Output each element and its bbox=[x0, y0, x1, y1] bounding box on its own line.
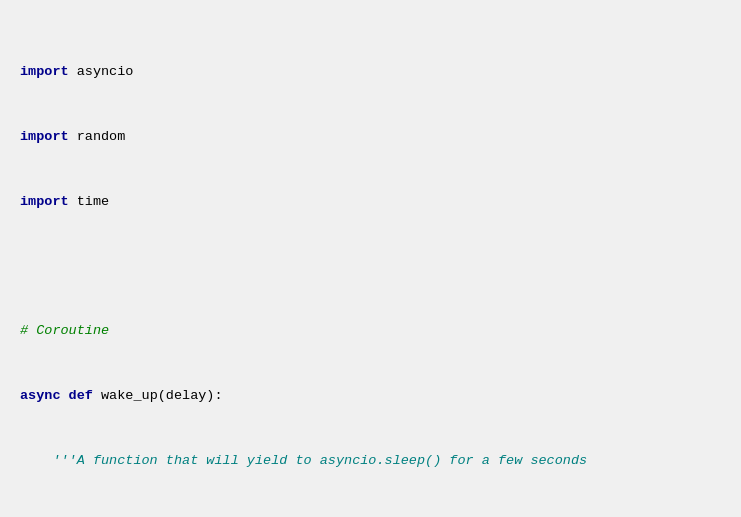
code-line-4 bbox=[20, 256, 721, 278]
code-line-6: async def wake_up(delay): bbox=[20, 385, 721, 407]
keyword-import: import bbox=[20, 194, 69, 209]
code-editor: import asyncio import random import time… bbox=[20, 18, 721, 517]
code-text: time bbox=[69, 194, 110, 209]
keyword-import: import bbox=[20, 129, 69, 144]
code-text: random bbox=[69, 129, 126, 144]
code-line-5: # Coroutine bbox=[20, 320, 721, 342]
code-text: wake_up(delay): bbox=[93, 388, 223, 403]
code-line-3: import time bbox=[20, 191, 721, 213]
code-line-7: '''A function that will yield to asyncio… bbox=[20, 450, 721, 472]
keyword-async-def: async def bbox=[20, 388, 93, 403]
comment-text: # Coroutine bbox=[20, 323, 109, 338]
code-line-1: import asyncio bbox=[20, 61, 721, 83]
code-line-2: import random bbox=[20, 126, 721, 148]
code-text: asyncio bbox=[69, 64, 134, 79]
keyword-import: import bbox=[20, 64, 69, 79]
docstring-text: '''A function that will yield to asyncio… bbox=[20, 453, 587, 468]
